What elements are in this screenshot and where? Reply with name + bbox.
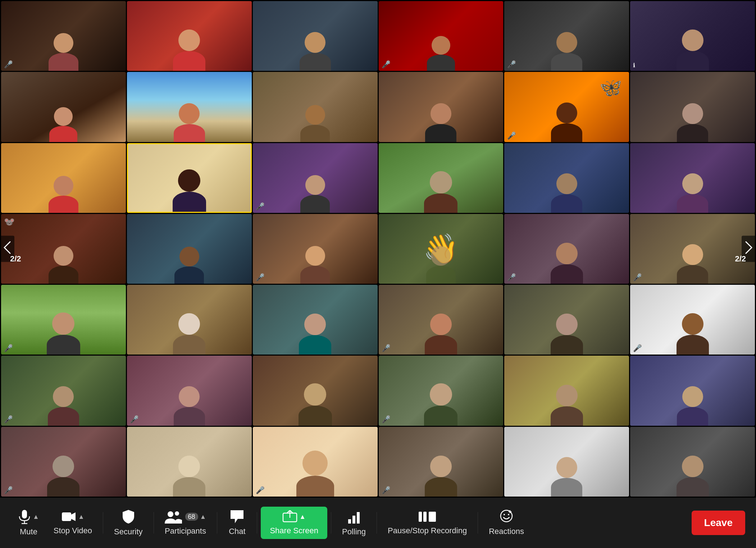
page-indicator-right: 2/2 [735,254,746,264]
video-cell: 🎤 [379,427,504,497]
mute-caret[interactable]: ▲ [33,513,39,520]
reactions-icon-area [499,510,514,524]
participants-button[interactable]: 68 ▲ Participants [158,506,214,539]
mute-indicator: 🎤 [4,60,13,69]
security-button[interactable]: Security [107,506,150,540]
page-indicator-left: 2/2 [10,254,21,264]
video-cell: 🎤 [253,143,378,213]
stop-video-icon-area: ▲ [61,510,85,523]
video-cell: 🎤 [630,214,755,284]
video-cell [127,72,252,142]
video-cell [127,285,252,355]
mute-indicator: 🎤 [4,486,13,494]
toolbar-separator-1 [103,512,103,534]
share-screen-label: Share Screen [270,526,318,535]
security-icon-area [122,509,135,524]
video-cell: ℹ [630,1,755,71]
mute-indicator: 🎤 [130,415,139,424]
mute-group: ▲ Mute ▲ Stop Video [11,506,99,540]
video-cell [253,1,378,71]
svg-point-15 [508,514,509,515]
toolbar-separator-7 [478,512,478,534]
stop-video-button[interactable]: ▲ Stop Video [46,507,99,539]
share-screen-icon-area: ▲ [282,510,306,523]
svg-rect-7 [348,519,351,524]
toolbar-separator-2 [154,512,154,534]
mute-indicator: 🎤 [382,486,391,494]
video-cell: 🎤 [1,285,126,355]
svg-point-5 [175,511,179,516]
participants-icon [165,510,182,524]
participants-count: 68 [185,513,198,521]
leave-button[interactable]: Leave [692,511,745,535]
svg-rect-9 [357,512,360,524]
video-cell [127,214,252,284]
video-cell: 🎤 [253,214,378,284]
video-cell [253,72,378,142]
video-cell: 🎤 [379,356,504,425]
svg-rect-12 [429,512,436,522]
share-screen-button[interactable]: ▲ Share Screen [261,507,327,539]
pause-stop-recording-icon [418,510,437,523]
reactions-label: Reactions [489,527,524,536]
video-cell: 🎤 [1,427,126,497]
video-cell [630,356,755,425]
chat-button[interactable]: Chat [221,506,253,540]
toolbar-separator-6 [377,512,377,534]
pause-stop-icon-area [418,510,437,523]
share-screen-caret[interactable]: ▲ [299,513,306,520]
video-cell [504,285,629,355]
video-cell: 🦋 🎤 [504,72,629,142]
mute-indicator: 🎤 [633,344,642,352]
mute-indicator: 🎤 [4,415,13,424]
svg-rect-0 [22,510,27,519]
share-screen-icon [282,510,297,523]
mute-indicator: 🎤 [256,273,265,282]
video-cell [504,143,629,213]
stop-video-label: Stop Video [54,526,92,535]
svg-rect-3 [62,512,71,521]
video-cell [630,72,755,142]
video-cell: 🎤 [504,1,629,71]
polling-button[interactable]: Polling [335,506,373,540]
mute-indicator: 🎤 [507,273,516,282]
mute-indicator: 🎤 [4,344,13,352]
reactions-button[interactable]: Reactions [482,506,531,540]
video-cell: 👋 [379,214,504,284]
video-grid: 🎤 🎤 [0,0,756,498]
video-cell [630,143,755,213]
video-cell [504,356,629,425]
video-cell: 🎤 [1,1,126,71]
chat-icon [230,510,244,524]
video-cell: 🎤 [253,427,378,497]
video-cell: 🐭 [1,214,126,284]
chat-icon-area [230,510,244,524]
video-cell [127,1,252,71]
mute-indicator: 🎤 [633,273,642,282]
mute-indicator: 🎤 [382,344,391,352]
toolbar-separator-3 [217,512,217,534]
stop-video-caret[interactable]: ▲ [78,513,85,520]
mute-indicator: 🎤 [507,60,516,69]
video-cell [1,72,126,142]
video-cell: 🎤 [127,356,252,425]
polling-icon-area [347,509,360,524]
video-cell: 🎤 [1,356,126,425]
video-cell [253,285,378,355]
video-cell [127,143,252,213]
video-cell [253,356,378,425]
pause-stop-recording-button[interactable]: Pause/Stop Recording [381,507,474,539]
participants-caret[interactable]: ▲ [200,513,206,520]
svg-rect-8 [352,516,355,524]
participants-icon-area: 68 ▲ [165,510,206,524]
microphone-icon [18,509,31,524]
video-cell: 🎤 [504,214,629,284]
svg-point-4 [168,511,173,517]
video-cell [1,143,126,213]
share-screen-group: ▲ Share Screen [261,507,327,539]
mute-indicator: 🎤 [382,60,391,69]
mute-button[interactable]: ▲ Mute [11,506,46,540]
video-cell [630,427,755,497]
mute-label: Mute [20,527,37,536]
toolbar: ▲ Mute ▲ Stop Video Security [0,498,756,548]
